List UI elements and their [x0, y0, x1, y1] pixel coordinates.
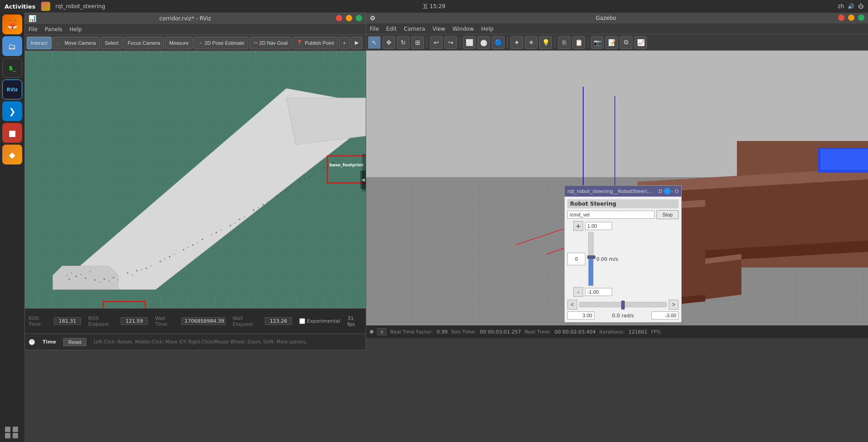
dock-vscode[interactable]: ❯ [2, 101, 22, 121]
dock-terminal[interactable]: $_ [2, 58, 22, 78]
experimental-checkbox[interactable] [299, 318, 305, 324]
rviz-toolbar: Interact 🎥 Move Camera Select Focus Came… [25, 35, 366, 51]
power-icon[interactable]: ⏻ [858, 3, 863, 9]
gz-tool-screenshot[interactable]: 📷 [591, 36, 604, 49]
gz-pause-btn[interactable]: ⏸ [377, 328, 387, 335]
steer-right-btn[interactable]: > [669, 300, 679, 310]
gz-tool-layers[interactable]: ⧉ [620, 36, 632, 49]
speed-vslider[interactable] [588, 232, 594, 286]
speed-top-input[interactable] [585, 222, 612, 230]
toolbar-focus-btn[interactable]: Focus Camera [123, 37, 164, 49]
gz-tool-sphere[interactable]: ⬤ [477, 36, 490, 49]
gz-fps-label: FPS: [651, 329, 662, 335]
gz-tool-cylinder[interactable]: 🔵 [492, 36, 505, 49]
gz-sep-1 [427, 37, 427, 48]
speed-top-row: + [573, 221, 612, 231]
toolbar-select-btn[interactable]: Select [101, 37, 123, 49]
steering-stop-btn[interactable]: Stop [656, 210, 679, 219]
gz-tool-copy[interactable]: ⎘ [558, 36, 571, 49]
gz-tool-redo[interactable]: ↪ [444, 36, 457, 49]
angle-right-input[interactable] [651, 311, 679, 320]
svg-point-27 [216, 232, 217, 233]
speed-center-input[interactable] [567, 253, 585, 265]
gz-tool-undo[interactable]: ↩ [430, 36, 443, 49]
svg-point-53 [80, 274, 81, 275]
gz-menu-camera[interactable]: Camera [404, 26, 425, 32]
time-label: Time [42, 339, 56, 345]
toolbar-more-btn[interactable]: + [339, 37, 350, 49]
gz-menu-help[interactable]: Help [481, 26, 493, 32]
dock-red[interactable]: ■ [2, 123, 22, 143]
steering-hslider-thumb[interactable] [621, 301, 625, 310]
gz-menu-view[interactable]: View [432, 26, 445, 32]
gz-sep-3 [507, 37, 508, 48]
gazebo-close-btn[interactable] [838, 14, 844, 21]
wall-time-label: Wall Time: [155, 315, 179, 327]
reset-button[interactable]: Reset [63, 338, 86, 346]
svg-point-42 [305, 179, 306, 179]
rviz-resize-handle[interactable]: ◀ [360, 171, 366, 189]
rviz-viewport[interactable]: odom map base_footprint ◀ [25, 51, 366, 308]
dock-rviz[interactable]: RViz [2, 80, 22, 99]
angle-row: 0.0 rad/s [567, 311, 679, 320]
speed-bottom-input[interactable] [585, 288, 612, 296]
rviz-close-btn[interactable] [336, 15, 342, 21]
gz-tool-rotate[interactable]: ↻ [397, 36, 410, 49]
toolbar-move-camera-btn[interactable]: 🎥 Move Camera [52, 37, 100, 49]
activities-button[interactable]: Activities [5, 3, 36, 10]
gz-tool-chart[interactable]: 📈 [634, 36, 647, 49]
dock-orange[interactable]: ◆ [2, 145, 22, 165]
steering-options[interactable]: - O [671, 188, 679, 194]
toolbar-extra-btn[interactable]: ▶ [351, 37, 363, 49]
rviz-menu-file[interactable]: File [28, 26, 38, 33]
rviz-max-btn[interactable] [356, 15, 362, 21]
gz-tool-scale[interactable]: ⊞ [411, 36, 424, 49]
pose-icon: → [198, 40, 203, 46]
toolbar-interact-btn[interactable]: Interact [27, 37, 52, 49]
gz-tool-move[interactable]: ✥ [382, 36, 395, 49]
gz-tool-spot-light[interactable]: 💡 [539, 36, 552, 49]
dock-firefox[interactable]: 🦊 [2, 14, 22, 34]
gz-tool-point-light[interactable]: ✦ [510, 36, 523, 49]
gazebo-titlebar: ⚙ Gazebo [366, 13, 868, 24]
speed-vslider-thumb[interactable] [587, 255, 595, 259]
gz-menu-window[interactable]: Window [453, 26, 474, 32]
rviz-menu-panels[interactable]: Panels [45, 26, 62, 33]
rviz-min-btn[interactable] [346, 15, 352, 21]
speed-bottom-row: - [573, 287, 612, 297]
toolbar-navgoal-btn[interactable]: ⇒ 2D Nav Goal [249, 37, 292, 49]
gz-tool-cursor[interactable]: ↖ [368, 36, 381, 49]
svg-point-12 [132, 275, 133, 276]
dock-files[interactable]: 🗂 [2, 36, 22, 56]
gz-sep-2 [460, 37, 460, 48]
speed-minus-btn[interactable]: - [573, 287, 583, 297]
ros-elapsed-field: ROS Elapsed: 121.59 [88, 315, 148, 327]
gz-tool-paste[interactable]: 📋 [572, 36, 585, 49]
angle-center-display: 0.0 rad/s [596, 313, 650, 319]
steering-topic-input[interactable] [567, 211, 655, 219]
toolbar-publish-btn[interactable]: 📍 Publish Point [292, 37, 338, 49]
gz-simtime-value: 00 00:03:01.257 [480, 329, 521, 335]
steering-hslider[interactable] [579, 302, 667, 307]
gz-tool-dir-light[interactable]: ☀ [525, 36, 538, 49]
gazebo-menubar: File Edit Camera View Window Help [366, 24, 868, 34]
gz-menu-file[interactable]: File [370, 26, 379, 32]
steer-left-btn[interactable]: < [567, 300, 577, 310]
volume-icon[interactable]: 🔊 [848, 3, 854, 9]
toolbar-pose-btn[interactable]: → 2D Pose Estimate [193, 37, 248, 49]
gz-tool-log[interactable]: 📝 [605, 36, 618, 49]
gazebo-max-btn[interactable] [858, 14, 864, 21]
svg-point-54 [85, 277, 86, 279]
gz-tool-box[interactable]: ⬜ [463, 36, 476, 49]
gz-menu-edit[interactable]: Edit [386, 26, 396, 32]
svg-point-52 [75, 276, 77, 277]
gazebo-min-btn[interactable] [848, 14, 854, 21]
angle-left-input[interactable] [567, 311, 594, 320]
rviz-menu-help[interactable]: Help [70, 26, 82, 33]
dock-apps-grid[interactable] [5, 427, 19, 442]
steering-widget-header: Robot Steering [567, 199, 679, 208]
speed-plus-btn[interactable]: + [573, 221, 583, 231]
help-text: Left-Click: Rotate. Middle-Click: Move X… [94, 339, 307, 344]
svg-point-41 [300, 181, 301, 183]
toolbar-measure-btn[interactable]: Measure [165, 37, 193, 49]
